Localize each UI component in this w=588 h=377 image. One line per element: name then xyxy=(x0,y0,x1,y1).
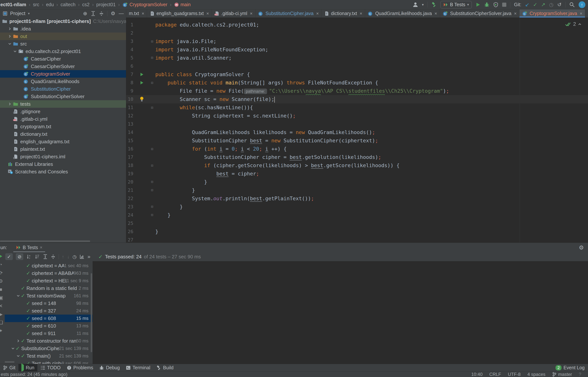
event-log-button[interactable]: 2 Event Log xyxy=(555,365,588,370)
toolwindow-button-git[interactable]: Git xyxy=(0,364,18,371)
run-panel-tab[interactable]: B Tests × xyxy=(14,243,44,252)
project-tree-item[interactable]: Scratches and Consoles xyxy=(0,168,126,176)
code-line[interactable]: 22 System.out.println(best.getPlainText(… xyxy=(126,194,588,203)
code-line[interactable]: 14 QuadGramLikelihoods likelihoods = new… xyxy=(126,128,588,137)
code-line[interactable]: 5⊟import java.util.Scanner; xyxy=(126,54,588,62)
rollback-icon[interactable]: ↺ xyxy=(557,2,562,8)
code-line[interactable]: 12 String ciphertext = sc.nextLine(); xyxy=(126,112,588,120)
test-tree-hscrollbar[interactable] xyxy=(5,361,14,363)
test-tree-row[interactable]: ✓Random is a static field2 ms xyxy=(5,284,93,292)
line-separator[interactable]: CRLF xyxy=(489,372,501,377)
breadcrumb-item[interactable]: edu xyxy=(46,2,54,7)
test-tree-row[interactable]: ✓Test with ciphertext = ILRI9 sec 606 ms xyxy=(5,360,93,364)
close-icon[interactable]: × xyxy=(40,245,42,250)
toolwindow-button-run[interactable]: Run xyxy=(18,364,37,371)
test-tree-row[interactable]: ✓seed = 32724 ms xyxy=(5,307,93,315)
history-icon[interactable]: ◷ xyxy=(549,2,554,8)
fold-marker-icon[interactable]: ⊟ xyxy=(150,37,154,46)
git-update-icon[interactable]: ↙ xyxy=(525,2,529,8)
chevron-right-icon[interactable] xyxy=(7,27,12,31)
import-test-results-icon[interactable] xyxy=(80,254,85,259)
close-icon[interactable]: × xyxy=(142,11,144,16)
project-tree-item[interactable]: .gitignore xyxy=(0,108,126,115)
fold-marker-icon[interactable]: ⊟ xyxy=(150,178,154,186)
hide-panel-icon[interactable]: — xyxy=(119,11,124,16)
close-icon[interactable]: × xyxy=(250,11,253,16)
chevron-down-icon[interactable] xyxy=(10,347,16,350)
test-tree-vscrollbar[interactable] xyxy=(91,273,92,352)
code-line[interactable]: 21⊟ } xyxy=(126,186,588,194)
settings-wrench-icon[interactable]: ⚙ xyxy=(0,277,4,285)
test-tree[interactable]: ✓ciphertext = AAAAA, key = 1 sec 40 ms✓c… xyxy=(5,261,93,364)
fold-marker-icon[interactable]: ⊟ xyxy=(150,79,154,87)
expand-all-icon[interactable] xyxy=(91,11,96,16)
breadcrumb-item[interactable]: mmain xyxy=(174,2,191,7)
fold-marker-icon[interactable]: ⊟ xyxy=(150,103,154,112)
editor-tab[interactable]: english_quadgrams.txt× xyxy=(147,9,212,17)
toolwindow-button-problems[interactable]: Problems xyxy=(64,364,96,371)
git-push-icon[interactable]: ↗ xyxy=(541,2,545,8)
project-tree-item[interactable]: dictionary.txt xyxy=(0,130,126,138)
toolwindow-button-todo[interactable]: TODO xyxy=(37,364,64,371)
code-line[interactable]: 8⊟ public static void main(String[] args… xyxy=(126,79,588,87)
test-tree-row[interactable]: ✓ciphertext = AAAAA, key = 1 sec 40 ms xyxy=(5,262,93,270)
project-tree-item[interactable]: CCaesarCipherSolver xyxy=(0,63,126,70)
test-tree-row[interactable]: ✓Test constructor for random cipher50 ms xyxy=(5,337,93,345)
code-line[interactable]: 11⊟ while(sc.hasNextLine()){ xyxy=(126,103,588,112)
code-editor[interactable]: 1package edu.caltech.cs2.project01;23⊟im… xyxy=(126,17,588,243)
dump-icon[interactable]: ▣ xyxy=(0,294,4,302)
test-tree-row[interactable]: ✓ciphertext = HELP, key = {E=1 sec 9 ms xyxy=(5,277,93,284)
close-icon[interactable]: × xyxy=(316,11,319,16)
test-tree-row[interactable]: ✓seed = 60815 ms xyxy=(5,315,93,322)
code-line[interactable]: 27 xyxy=(126,236,588,243)
collapse-tracker-icon[interactable]: ✕ xyxy=(0,302,4,310)
code-line[interactable]: 16⊟ for (int i = 0; i < 20; i ++) { xyxy=(126,145,588,153)
toolbar-overflow-icon[interactable]: » xyxy=(88,254,90,260)
code-line[interactable]: 6 xyxy=(126,62,588,70)
project-tree-item[interactable]: out xyxy=(0,33,126,40)
editor-tab[interactable]: CCryptogramSolver.java× xyxy=(520,9,585,17)
project-tree-item[interactable]: CCaesarCipher xyxy=(0,55,126,63)
previous-failed-icon[interactable]: ↑ xyxy=(62,254,64,259)
close-icon[interactable]: × xyxy=(360,11,362,16)
next-failed-icon[interactable]: ↓ xyxy=(67,254,70,259)
project-tree-item[interactable]: External Libraries xyxy=(0,160,126,168)
test-tree-row[interactable]: ✓SubstitutionCipherSolverTests21 sec 139… xyxy=(5,345,93,352)
chevron-right-icon[interactable] xyxy=(7,102,12,106)
layout-icon[interactable]: ❏ xyxy=(0,318,4,327)
project-tree-item[interactable]: CSubstitutionCipher xyxy=(0,85,126,93)
editor-tab[interactable]: CQuadGramLikelihoods.java× xyxy=(365,9,440,17)
run-gutter-icon[interactable] xyxy=(139,79,144,87)
project-tree-item[interactable]: project01-ciphers.iml xyxy=(0,153,126,160)
editor-tab[interactable]: CSubstitutionCipher.java× xyxy=(255,9,322,17)
inspections-widget[interactable]: 2 xyxy=(565,21,582,27)
user-icon[interactable] xyxy=(413,2,418,8)
tab-list-chevron-icon[interactable]: ▾ xyxy=(585,9,588,17)
git-commit-icon[interactable]: ✓ xyxy=(533,2,537,8)
project-tree-item[interactable]: YML.gitlab-ci.yml xyxy=(0,115,126,123)
fold-marker-icon[interactable]: ⊟ xyxy=(150,203,154,211)
code-area[interactable]: 1package edu.caltech.cs2.project01;23⊟im… xyxy=(126,21,588,243)
close-icon[interactable]: × xyxy=(514,11,517,16)
code-line[interactable]: 9 File file = new File(pathname:"C:\\Use… xyxy=(126,87,588,95)
chevron-right-icon[interactable] xyxy=(16,339,21,343)
code-line[interactable]: 13 xyxy=(126,120,588,128)
file-encoding[interactable]: UTF-8 xyxy=(508,372,521,377)
test-tree-row[interactable]: ✓Test randomSwap161 ms xyxy=(5,292,93,300)
status-message[interactable]: ests passed: 24 (45 minutes ago) xyxy=(0,372,67,377)
code-line[interactable]: 7public class CryptogramSolver { xyxy=(126,70,588,79)
fold-marker-icon[interactable]: ⊟ xyxy=(150,54,154,62)
chevron-right-icon[interactable] xyxy=(7,35,12,38)
project-tree-item[interactable]: english_quadgrams.txt xyxy=(0,138,126,145)
project-tree-item[interactable]: cryptogram.txt xyxy=(0,123,126,130)
indent-style[interactable]: 4 spaces xyxy=(527,372,545,377)
caret-position[interactable]: 10:40 xyxy=(471,372,482,377)
project-tree-item[interactable]: CSubstitutionCipherSolver xyxy=(0,93,126,100)
project-tree-item[interactable]: tests xyxy=(0,100,126,108)
code-line[interactable]: 3⊟import java.io.File; xyxy=(126,37,588,46)
project-tree-item[interactable]: plaintext.txt xyxy=(0,145,126,153)
editor-tab[interactable]: dictionary.txt× xyxy=(322,9,365,17)
code-line[interactable]: 25 xyxy=(126,219,588,227)
test-tree-row[interactable]: ✓seed = 61013 ms xyxy=(5,322,93,330)
stop-icon[interactable]: ■ xyxy=(0,285,4,294)
